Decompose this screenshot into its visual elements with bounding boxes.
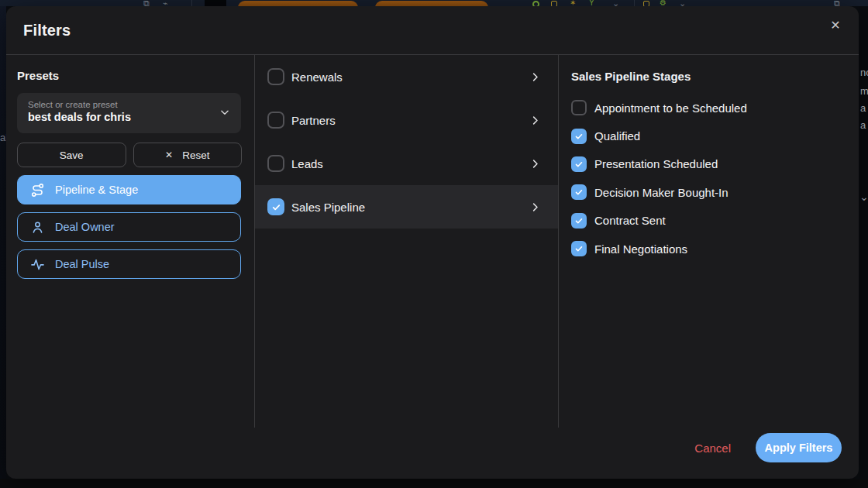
toolbar-divider bbox=[191, 0, 192, 6]
checkbox[interactable] bbox=[571, 184, 587, 200]
background-text-fragment: a bbox=[860, 102, 866, 114]
chevron-fragment: ⌄ bbox=[859, 191, 868, 203]
close-icon: ✕ bbox=[165, 149, 173, 160]
pipeline-row-label: Sales Pipeline bbox=[291, 201, 529, 214]
checkbox[interactable] bbox=[571, 213, 587, 229]
toolbar-divider bbox=[634, 0, 635, 6]
check-icon bbox=[574, 216, 584, 225]
modal-footer: Cancel Apply Filters bbox=[6, 428, 859, 479]
funnel-icon: Y bbox=[589, 0, 594, 6]
background-text-fragment: al bbox=[0, 132, 6, 143]
chevron-right-icon bbox=[529, 71, 541, 83]
preset-select[interactable]: Select or create preset best deals for c… bbox=[17, 93, 241, 133]
checkbox[interactable] bbox=[571, 156, 587, 172]
stage-label: Qualified bbox=[594, 129, 640, 143]
chevron-right-icon bbox=[529, 201, 541, 213]
check-icon bbox=[574, 244, 584, 253]
chevron-right-icon bbox=[529, 158, 541, 170]
background-left-strip: al bbox=[0, 6, 6, 479]
background-bottom-strip bbox=[0, 479, 868, 488]
stage-row-decision-maker[interactable]: Decision Maker Bought-In bbox=[571, 178, 846, 206]
stage-row-appointment[interactable]: Appointment to be Scheduled bbox=[571, 94, 846, 122]
reset-button[interactable]: ✕ Reset bbox=[133, 143, 243, 167]
close-icon[interactable]: ✕ bbox=[826, 15, 845, 34]
preset-actions: Save ✕ Reset bbox=[17, 143, 242, 167]
apply-filters-button[interactable]: Apply Filters bbox=[756, 433, 842, 462]
check-icon bbox=[574, 160, 584, 169]
chevron-right-icon bbox=[529, 115, 541, 126]
modal-title: Filters bbox=[23, 22, 71, 40]
copy-icon: ⧉ bbox=[834, 0, 840, 6]
stage-row-presentation[interactable]: Presentation Scheduled bbox=[571, 150, 846, 178]
modal-header: Filters ✕ bbox=[6, 6, 859, 54]
stage-row-contract-sent[interactable]: Contract Sent bbox=[571, 207, 846, 235]
category-label: Deal Pulse bbox=[55, 258, 109, 270]
square-icon bbox=[643, 1, 649, 6]
category-label: Deal Owner bbox=[55, 221, 115, 233]
filters-columns: Presets Select or create preset best dea… bbox=[6, 55, 859, 428]
checkbox[interactable] bbox=[267, 198, 284, 215]
checkbox[interactable] bbox=[267, 112, 284, 129]
reset-button-label: Reset bbox=[182, 149, 209, 161]
check-icon bbox=[271, 202, 281, 212]
stage-label: Final Negotiations bbox=[594, 242, 687, 256]
pipeline-row-sales-pipeline[interactable]: Sales Pipeline bbox=[255, 185, 558, 229]
pipeline-row-renewals[interactable]: Renewals bbox=[255, 55, 558, 98]
stages-panel: Sales Pipeline Stages Appointment to be … bbox=[559, 55, 858, 428]
pipeline-row-label: Leads bbox=[291, 157, 529, 170]
copy-icon: ⧉ bbox=[143, 0, 150, 6]
preset-select-label: Select or create preset bbox=[28, 100, 230, 109]
cancel-button[interactable]: Cancel bbox=[694, 442, 731, 455]
checkbox[interactable] bbox=[267, 68, 284, 85]
pipeline-row-partners[interactable]: Partners bbox=[255, 98, 558, 142]
background-toolbar: ⧉ ⌁ ✶ Y ⌄ ⚙ ⌄ ⧉ bbox=[0, 0, 868, 6]
pipeline-row-label: Partners bbox=[291, 114, 529, 127]
stage-label: Contract Sent bbox=[594, 214, 666, 227]
stages-heading: Sales Pipeline Stages bbox=[571, 70, 846, 83]
background-text-fragment: no bbox=[860, 67, 868, 78]
save-button[interactable]: Save bbox=[17, 143, 126, 167]
check-icon bbox=[574, 132, 584, 141]
category-deal-owner[interactable]: Deal Owner bbox=[17, 212, 241, 242]
note-icon bbox=[551, 1, 557, 6]
orange-button bbox=[375, 1, 488, 6]
person-icon bbox=[30, 220, 45, 235]
preset-select-value: best deals for chris bbox=[28, 111, 230, 123]
stage-label: Presentation Scheduled bbox=[594, 157, 718, 170]
pulse-icon bbox=[30, 257, 45, 272]
stage-label: Appointment to be Scheduled bbox=[594, 101, 747, 115]
presets-panel: Presets Select or create preset best dea… bbox=[6, 55, 255, 428]
stage-row-qualified[interactable]: Qualified bbox=[571, 122, 846, 149]
category-label: Pipeline & Stage bbox=[55, 184, 138, 196]
background-text-fragment: a bbox=[860, 119, 866, 131]
chevron-down-icon bbox=[219, 107, 230, 121]
orange-button bbox=[238, 1, 358, 6]
pulse-icon: ⌁ bbox=[163, 0, 168, 6]
chevron-down-icon: ⌄ bbox=[679, 0, 686, 6]
category-pipeline-stage[interactable]: Pipeline & Stage bbox=[17, 175, 241, 204]
filters-modal: Filters ✕ Presets Select or create prese… bbox=[6, 6, 859, 479]
chevron-down-icon: ⌄ bbox=[612, 0, 619, 6]
background-text-fragment: m bbox=[860, 85, 868, 97]
presets-heading: Presets bbox=[17, 69, 242, 82]
checkbox[interactable] bbox=[267, 155, 284, 172]
stage-row-final-negotiations[interactable]: Final Negotiations bbox=[571, 235, 846, 263]
toolbar-dark-block bbox=[205, 0, 226, 6]
clock-icon bbox=[532, 1, 539, 6]
check-icon bbox=[574, 187, 584, 197]
route-icon bbox=[30, 183, 45, 198]
tools-icon: ✶ bbox=[570, 0, 576, 6]
checkbox[interactable] bbox=[571, 129, 587, 144]
category-deal-pulse[interactable]: Deal Pulse bbox=[17, 249, 241, 279]
save-button-label: Save bbox=[60, 149, 84, 161]
stage-label: Decision Maker Bought-In bbox=[594, 186, 728, 199]
pipelines-panel: Renewals Partners Leads bbox=[255, 55, 559, 428]
checkbox[interactable] bbox=[571, 241, 587, 256]
pipeline-row-leads[interactable]: Leads bbox=[255, 142, 558, 185]
background-right-strip: no m a a ⌄ bbox=[859, 6, 868, 479]
pipeline-row-label: Renewals bbox=[291, 70, 529, 84]
checkbox[interactable] bbox=[571, 100, 587, 115]
gear-icon: ⚙ bbox=[660, 0, 666, 6]
